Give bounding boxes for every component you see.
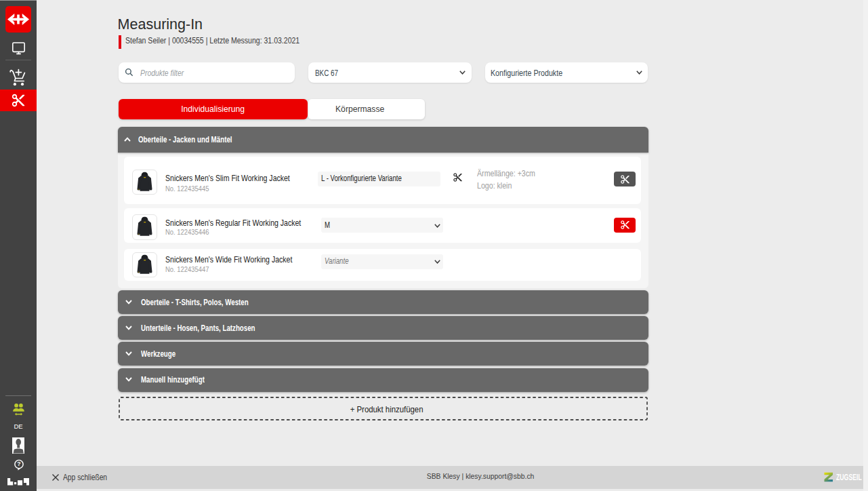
svg-text:?: ? [17,460,20,467]
